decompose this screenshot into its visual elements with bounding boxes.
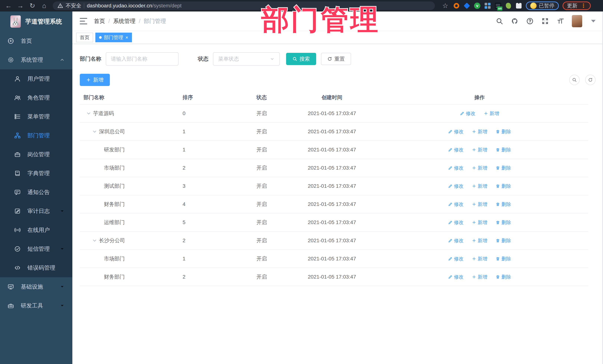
add-child-link[interactable]: 新增 xyxy=(472,183,487,189)
security-label[interactable]: 不安全 xyxy=(66,2,81,9)
sidebar-item-dept[interactable]: 部门管理 xyxy=(0,126,72,145)
edit-link[interactable]: 修改 xyxy=(448,147,464,153)
sidebar-item-label: 研发工具 xyxy=(21,302,53,309)
edit-link[interactable]: 修改 xyxy=(448,255,464,262)
sidebar-item-posts[interactable]: 岗位管理 xyxy=(0,145,72,164)
help-icon[interactable] xyxy=(526,17,533,25)
add-button[interactable]: 新增 xyxy=(80,74,110,86)
avatar-caret-icon[interactable] xyxy=(591,20,596,22)
browser-reload-icon[interactable]: ↻ xyxy=(27,0,37,11)
edit-link[interactable]: 修改 xyxy=(460,110,475,117)
tab-label: 首页 xyxy=(80,34,89,41)
dept-status: 开启 xyxy=(252,183,293,190)
add-child-link[interactable]: 新增 xyxy=(472,165,487,171)
delete-link[interactable]: 删除 xyxy=(496,128,511,135)
edit-link[interactable]: 修改 xyxy=(448,165,464,171)
refresh-table-button[interactable] xyxy=(585,75,596,85)
extension-blue-gem-icon[interactable] xyxy=(464,2,470,9)
plus-icon xyxy=(472,129,476,134)
dept-name: 深圳总公司 xyxy=(99,128,125,135)
extension-green-check-icon[interactable]: v xyxy=(474,2,481,9)
extension-puzzle-icon[interactable] xyxy=(515,2,522,9)
edit-link[interactable]: 修改 xyxy=(448,128,464,135)
sidebar-item-users[interactable]: 用户管理 xyxy=(0,69,72,88)
sidebar-item-system[interactable]: 系统管理 xyxy=(0,50,72,69)
user-avatar[interactable] xyxy=(572,15,582,27)
status-select[interactable]: 菜单状态 xyxy=(213,52,280,66)
add-child-link[interactable]: 新增 xyxy=(472,219,487,226)
add-child-link[interactable]: 新增 xyxy=(472,128,487,135)
delete-link[interactable]: 删除 xyxy=(496,255,511,262)
browser-back-icon[interactable]: ← xyxy=(3,0,14,11)
sidebar-item-online-users[interactable]: 在线用户 xyxy=(0,221,72,240)
scrollbar-track[interactable] xyxy=(602,11,603,364)
sidebar-item-dev-tools[interactable]: 研发工具 xyxy=(0,296,72,315)
edit-link[interactable]: 修改 xyxy=(448,183,464,189)
search-button[interactable]: 搜索 xyxy=(286,53,316,65)
add-child-link[interactable]: 新增 xyxy=(472,255,487,262)
sidebar-collapse-icon[interactable] xyxy=(80,18,87,24)
dept-name-input[interactable] xyxy=(106,52,178,66)
search-icon[interactable] xyxy=(496,17,503,25)
delete-link[interactable]: 删除 xyxy=(496,219,511,226)
browser-home-icon[interactable]: ⌂ xyxy=(39,0,49,11)
tab-close-icon[interactable]: × xyxy=(126,35,128,40)
browser-forward-icon[interactable]: → xyxy=(15,0,26,11)
delete-link[interactable]: 删除 xyxy=(496,147,511,153)
edit-link[interactable]: 修改 xyxy=(448,201,464,208)
dept-created: 2021-01-05 17:03:47 xyxy=(293,201,371,207)
sidebar-item-dict[interactable]: 字典管理 xyxy=(0,164,72,183)
sidebar-item-label: 系统管理 xyxy=(21,56,53,64)
address-bar[interactable]: 不安全 dashboard.yudao.iocoder.cn/system/de… xyxy=(53,1,435,10)
add-child-link[interactable]: 新增 xyxy=(484,110,499,117)
delete-link[interactable]: 删除 xyxy=(496,201,511,208)
sidebar-item-audit-log[interactable]: 审计日志 xyxy=(0,202,72,221)
expand-chevron-icon[interactable] xyxy=(86,111,91,116)
update-button[interactable]: 更新 ⋮ xyxy=(563,1,591,10)
extension-grid-icon[interactable] xyxy=(484,2,491,9)
show-search-button[interactable] xyxy=(569,75,580,85)
tab-dept[interactable]: 部门管理 × xyxy=(95,33,132,42)
delete-link[interactable]: 删除 xyxy=(496,183,511,189)
reset-button[interactable]: 重置 xyxy=(321,53,351,65)
sidebar-item-sms[interactable]: 短信管理 xyxy=(0,240,72,258)
add-child-link[interactable]: 新增 xyxy=(472,237,487,244)
plus-icon xyxy=(484,111,488,116)
dept-name-label: 部门名称 xyxy=(80,55,101,63)
expand-chevron-icon[interactable] xyxy=(92,238,97,243)
sidebar-item-infrastructure[interactable]: 基础设施 xyxy=(0,277,72,296)
chevron-down-icon xyxy=(270,56,275,61)
github-icon[interactable] xyxy=(511,17,518,25)
announcement-icon xyxy=(14,189,21,196)
edit-link[interactable]: 修改 xyxy=(448,237,464,244)
page: 部门管理 ← → ↻ ⌂ 不安全 dashboard.yudao.iocoder… xyxy=(0,0,603,364)
edit-link[interactable]: 修改 xyxy=(448,219,464,226)
delete-link[interactable]: 删除 xyxy=(496,165,511,171)
sidebar-item-notice[interactable]: 通知公告 xyxy=(0,183,72,202)
profile-paused-badge[interactable]: 已暂停 xyxy=(526,1,559,10)
fullscreen-icon[interactable] xyxy=(541,17,549,25)
sidebar-item-menus[interactable]: 菜单管理 xyxy=(0,107,72,126)
sidebar-item-error-codes[interactable]: 错误码管理 xyxy=(0,258,72,277)
font-size-icon[interactable] xyxy=(557,17,564,25)
breadcrumb-home[interactable]: 首页 xyxy=(94,17,105,25)
delete-link[interactable]: 删除 xyxy=(496,274,511,280)
browser-menu-dots-icon[interactable]: ⋮ xyxy=(581,3,586,9)
extension-green-leg-icon[interactable] xyxy=(505,2,512,9)
search-button-label: 搜索 xyxy=(300,55,310,62)
expand-chevron-icon[interactable] xyxy=(92,129,97,134)
add-child-link[interactable]: 新增 xyxy=(472,274,487,280)
delete-link[interactable]: 删除 xyxy=(496,237,511,244)
extension-orange-ring-icon[interactable] xyxy=(453,2,460,9)
sidebar-item-home[interactable]: 首页 xyxy=(0,32,72,50)
breadcrumb-system[interactable]: 系统管理 xyxy=(113,17,135,25)
edit-link[interactable]: 修改 xyxy=(448,274,464,280)
sidebar-item-roles[interactable]: 角色管理 xyxy=(0,88,72,107)
app-logo[interactable]: 🐰 芋道管理系统 xyxy=(0,11,72,32)
extension-list-on-icon[interactable]: on xyxy=(495,2,501,9)
add-child-link[interactable]: 新增 xyxy=(472,201,487,208)
tab-home[interactable]: 首页 xyxy=(76,33,93,42)
monitor-icon xyxy=(7,283,14,290)
add-child-link[interactable]: 新增 xyxy=(472,147,487,153)
bookmark-star-icon[interactable]: ☆ xyxy=(441,0,449,11)
